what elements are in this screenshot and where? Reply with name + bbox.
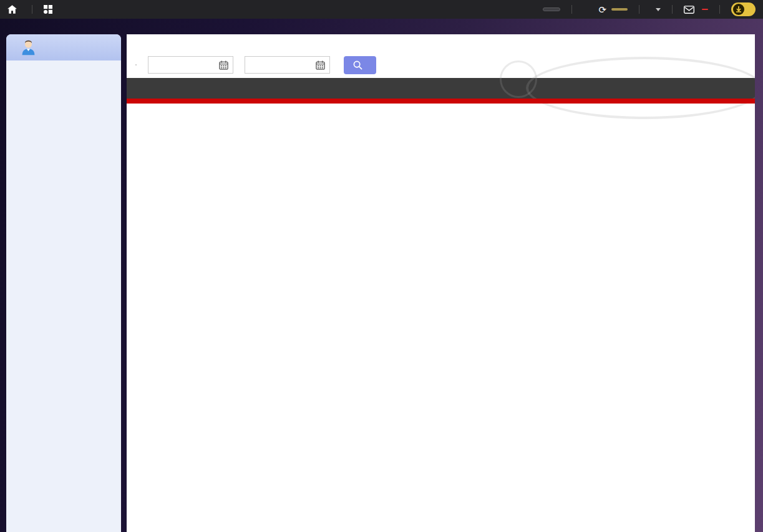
- home-link[interactable]: [7, 5, 21, 14]
- highlight-annotation: [127, 99, 755, 104]
- avatar-icon: [20, 39, 37, 56]
- envelope-icon: [684, 6, 694, 14]
- calendar-icon[interactable]: [316, 60, 325, 70]
- tab-bar: [127, 34, 755, 53]
- messages-link[interactable]: [684, 6, 708, 14]
- home-icon: [7, 5, 17, 14]
- chevron-down-icon: [656, 8, 661, 11]
- search-button[interactable]: [344, 56, 376, 74]
- top-bar: ⟳: [0, 0, 763, 19]
- divider: [672, 5, 673, 14]
- main-content: [127, 34, 755, 532]
- divider: [571, 5, 572, 14]
- message-count-badge: [702, 9, 708, 10]
- quick-date-group: [135, 64, 137, 65]
- all-games-link[interactable]: [44, 5, 56, 14]
- divider: [639, 5, 639, 14]
- sidebar-menu: [6, 60, 121, 62]
- to-date-input[interactable]: [245, 56, 330, 74]
- calendar-icon[interactable]: [219, 60, 228, 70]
- table-header: [127, 78, 755, 99]
- filter-bar: [127, 53, 755, 77]
- watermark: [127, 34, 755, 532]
- divider: [32, 5, 32, 14]
- sidebar: [6, 34, 121, 532]
- logout-button[interactable]: [543, 7, 560, 11]
- divider: [719, 5, 720, 14]
- admin-center-menu[interactable]: [651, 8, 661, 11]
- sidebar-header: [6, 34, 121, 60]
- grid-icon: [44, 5, 52, 14]
- recharge-button[interactable]: [611, 8, 628, 11]
- from-date-input[interactable]: [148, 56, 233, 74]
- search-icon: [353, 60, 362, 70]
- refresh-icon[interactable]: ⟳: [598, 5, 606, 14]
- download-icon: [733, 4, 744, 15]
- download-center-button[interactable]: [731, 2, 756, 16]
